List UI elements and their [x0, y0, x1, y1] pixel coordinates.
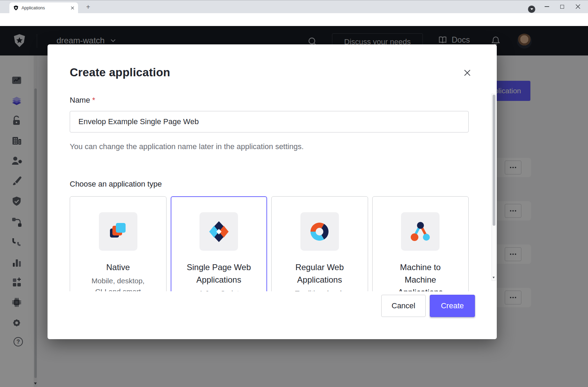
- card-title-line: Applications: [272, 274, 368, 286]
- application-type-cards: Native Mobile, desktop, CLI and smart Si…: [70, 196, 469, 291]
- window-close-button[interactable]: [571, 0, 585, 13]
- m2m-icon-tile: [401, 212, 440, 251]
- create-button[interactable]: Create: [430, 295, 475, 317]
- create-application-modal: Create application Name* You can change …: [48, 44, 497, 339]
- card-description: Mobile, desktop, CLI and smart: [85, 275, 151, 291]
- single-page-app-icon: [208, 221, 230, 243]
- card-title-line: Single Page Web: [171, 261, 267, 274]
- name-field-label: Name*: [70, 96, 95, 105]
- card-title-line: Native: [70, 261, 166, 274]
- native-icon-tile: [99, 212, 137, 251]
- card-title-line: Machine: [373, 274, 469, 286]
- app-type-card-machine-to-machine[interactable]: Machine to Machine Applications: [372, 196, 469, 291]
- application-name-input[interactable]: [70, 111, 469, 132]
- regular-web-app-icon: [308, 221, 331, 243]
- required-asterisk: *: [92, 96, 95, 104]
- screen: Applications + ← → ↻ manage.auth0.com/da…: [0, 0, 588, 387]
- modal-title: Create application: [70, 66, 170, 79]
- card-title-line: Regular Web: [272, 261, 368, 274]
- machine-to-machine-icon: [409, 221, 432, 243]
- browser-toolbar: ← → ↻ manage.auth0.com/dashboard/eu/drea…: [0, 13, 588, 26]
- native-icon: [107, 221, 129, 243]
- modal-close-icon[interactable]: [462, 68, 472, 78]
- card-title-line: Machine to: [373, 261, 469, 274]
- name-helper-text: You can change the application name late…: [70, 142, 304, 151]
- app-type-card-single-page-web[interactable]: Single Page Web Applications A JavaScrip…: [171, 196, 267, 291]
- chevron-down-icon: [530, 8, 533, 10]
- browser-tab-applications[interactable]: Applications: [9, 2, 78, 14]
- application-type-label: Choose an application type: [70, 180, 162, 189]
- tab-close-icon[interactable]: [70, 5, 75, 11]
- card-title-line: Applications: [171, 274, 267, 286]
- app-type-card-regular-web[interactable]: Regular Web Applications Traditional web: [271, 196, 368, 291]
- modal-scrollbar-thumb[interactable]: [493, 95, 495, 226]
- browser-tabstrip: Applications +: [0, 0, 588, 13]
- card-description: A JavaScript: [186, 288, 252, 291]
- auth0-favicon-icon: [13, 5, 19, 11]
- card-title-line: Applications: [373, 286, 469, 291]
- card-description: Traditional web: [287, 288, 352, 291]
- window-minimize-button[interactable]: [540, 0, 554, 13]
- regular-web-icon-tile: [300, 212, 339, 251]
- modal-scrollbar-arrow-icon[interactable]: [493, 277, 495, 278]
- cancel-button[interactable]: Cancel: [381, 295, 426, 317]
- spa-icon-tile: [199, 212, 238, 251]
- window-maximize-button[interactable]: [555, 0, 569, 13]
- modal-scrollbar[interactable]: [492, 94, 496, 281]
- tab-title: Applications: [22, 6, 70, 10]
- new-tab-button[interactable]: +: [84, 3, 92, 11]
- tab-search-button[interactable]: [528, 6, 535, 13]
- app-type-card-native[interactable]: Native Mobile, desktop, CLI and smart: [70, 196, 167, 291]
